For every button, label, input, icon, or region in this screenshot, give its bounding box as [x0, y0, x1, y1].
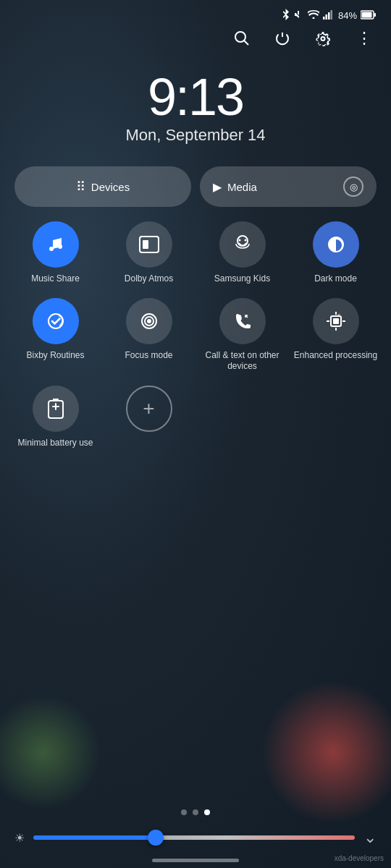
devices-button[interactable]: ⠿ Devices	[14, 166, 191, 207]
add-tile-icon[interactable]: +	[126, 386, 172, 432]
media-label: Media	[227, 181, 257, 193]
home-bar	[152, 859, 239, 862]
tile-call-text[interactable]: Call & text on other devices	[198, 298, 286, 373]
device-media-row: ⠿ Devices ▶ Media ◎	[0, 166, 391, 221]
tile-enhanced-processing-icon	[313, 298, 359, 344]
bluetooth-icon	[281, 9, 290, 22]
tile-focus-mode-label: Focus mode	[125, 350, 172, 362]
tile-minimal-battery-label: Minimal battery use	[17, 438, 93, 449]
search-button[interactable]	[232, 28, 252, 48]
battery-icon	[361, 10, 377, 22]
svg-rect-12	[143, 240, 148, 249]
quick-tiles-row1: Music Share Dolby Atmos	[0, 221, 391, 291]
tile-music-share-label: Music Share	[31, 273, 80, 285]
svg-point-10	[58, 244, 62, 249]
svg-rect-11	[140, 237, 159, 252]
svg-point-18	[148, 320, 151, 323]
tile-dolby-atmos-icon	[126, 221, 172, 268]
tile-dark-mode-icon	[313, 221, 359, 268]
tile-dolby-atmos[interactable]: Dolby Atmos	[105, 221, 193, 285]
tile-call-text-icon	[219, 298, 266, 344]
tile-samsung-kids-icon	[219, 221, 266, 268]
expand-chevron-icon[interactable]: ⌄	[363, 828, 377, 847]
tile-dolby-atmos-label: Dolby Atmos	[125, 273, 173, 285]
svg-rect-20	[333, 318, 339, 324]
tile-enhanced-processing[interactable]: Enhanced processing	[292, 298, 379, 373]
tile-minimal-battery[interactable]: Minimal battery use	[12, 386, 99, 449]
quick-tiles-row2: Bixby Routines Focus mode Call & text	[0, 298, 391, 378]
battery-percentage: 84%	[338, 10, 357, 21]
brightness-slider-track[interactable]	[33, 835, 355, 840]
svg-rect-2	[328, 12, 330, 20]
clock-time: 9:13	[148, 69, 243, 126]
wifi-icon	[308, 10, 319, 21]
quick-actions-bar: ⋮	[0, 25, 391, 54]
tile-focus-mode[interactable]: Focus mode	[105, 298, 193, 373]
page-indicators	[0, 798, 391, 824]
svg-rect-1	[325, 14, 327, 20]
tile-samsung-kids-label: Samsung Kids	[214, 273, 270, 285]
page-dot-3	[204, 809, 210, 815]
tile-music-share-icon	[33, 221, 79, 268]
quick-tiles-row3: Minimal battery use +	[0, 386, 391, 449]
tile-dark-mode-label: Dark mode	[314, 273, 357, 285]
media-button[interactable]: ▶ Media ◎	[200, 166, 377, 207]
svg-rect-0	[323, 17, 325, 20]
brightness-row: ☀ ⌄	[0, 824, 391, 854]
svg-point-14	[238, 239, 240, 242]
power-button[interactable]	[272, 28, 293, 48]
tile-minimal-battery-icon	[33, 386, 79, 432]
devices-label: Devices	[91, 181, 130, 193]
tile-bixby-routines-icon	[33, 298, 79, 344]
tile-enhanced-processing-label: Enhanced processing	[294, 350, 377, 362]
clock-date: Mon, September 14	[125, 126, 265, 145]
tile-call-text-label: Call & text on other devices	[198, 350, 286, 373]
svg-rect-6	[362, 12, 372, 17]
clock-area: 9:13 Mon, September 14	[0, 54, 391, 166]
more-options-button[interactable]: ⋮	[353, 28, 374, 48]
status-bar: 84%	[0, 0, 391, 25]
brightness-slider-thumb[interactable]	[148, 830, 164, 846]
svg-line-8	[244, 41, 248, 45]
media-play-icon: ▶	[213, 180, 222, 194]
page-dot-2	[193, 809, 198, 815]
settings-button[interactable]	[313, 28, 333, 48]
svg-point-15	[244, 239, 246, 242]
svg-rect-26	[53, 399, 59, 401]
svg-rect-3	[330, 10, 332, 20]
page-dot-1	[181, 809, 187, 815]
signal-icon	[323, 9, 335, 22]
tile-bixby-routines-label: Bixby Routines	[26, 350, 84, 362]
tile-dark-mode[interactable]: Dark mode	[292, 221, 379, 285]
brightness-low-icon: ☀	[14, 831, 25, 845]
svg-point-7	[235, 32, 245, 42]
media-settings-icon[interactable]: ◎	[343, 176, 363, 197]
mute-icon	[294, 9, 304, 22]
tile-focus-mode-icon	[126, 298, 172, 344]
svg-rect-5	[374, 13, 377, 17]
devices-icon: ⠿	[76, 179, 85, 195]
tile-music-share[interactable]: Music Share	[12, 221, 99, 285]
tile-add[interactable]: +	[105, 386, 193, 449]
tile-samsung-kids[interactable]: Samsung Kids	[198, 221, 286, 285]
svg-point-9	[49, 247, 54, 251]
tile-bixby-routines[interactable]: Bixby Routines	[12, 298, 99, 373]
